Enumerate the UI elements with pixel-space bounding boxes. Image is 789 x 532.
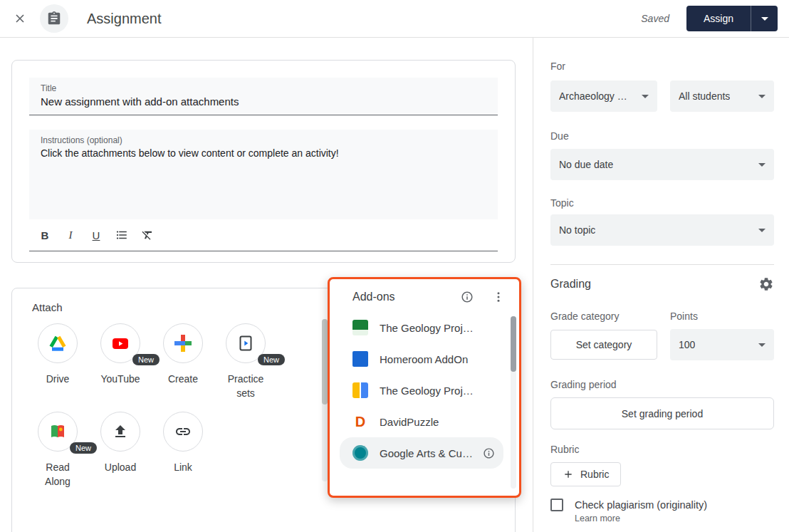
davidpuzzle-icon: D <box>352 414 368 429</box>
info-icon[interactable] <box>461 291 474 303</box>
attach-scrollbar-thumb[interactable] <box>322 319 328 405</box>
grading-period-label: Grading period <box>550 379 774 390</box>
attach-option-label: Upload <box>105 460 136 474</box>
topic-select-value: No topic <box>559 224 595 236</box>
addon-item-geology-2[interactable]: The Geology Proj… <box>340 375 503 406</box>
attach-option-label: Create <box>168 372 198 386</box>
due-select-value: No due date <box>559 159 613 170</box>
attach-option-label: YouTube <box>100 372 140 386</box>
chevron-down-icon <box>642 95 649 98</box>
chevron-down-icon <box>758 163 766 167</box>
assign-button[interactable]: Assign <box>686 6 751 31</box>
link-icon <box>163 412 203 452</box>
assignment-icon <box>40 4 68 33</box>
addon-item-google-arts-culture[interactable]: Google Arts & Cu… <box>340 437 503 469</box>
attach-option-practice-sets[interactable]: New Practice sets <box>214 323 277 400</box>
addons-list: The Geology Proj… Homeroom AddOn The Geo… <box>330 309 519 469</box>
assign-dropdown-button[interactable] <box>751 6 778 31</box>
addon-label: The Geology Proj… <box>380 322 474 334</box>
grading-title: Grading <box>550 278 591 291</box>
attach-scrollbar[interactable] <box>322 319 328 481</box>
chevron-down-icon <box>761 17 768 21</box>
attach-option-create[interactable]: Create <box>152 323 214 386</box>
title-label: Title <box>29 78 498 93</box>
attach-option-read-along[interactable]: New Read Along <box>26 412 89 489</box>
attach-option-upload[interactable]: Upload <box>89 412 152 474</box>
grade-category-label: Grade category <box>550 311 657 322</box>
attach-option-youtube[interactable]: New YouTube <box>89 323 152 386</box>
new-badge: New <box>70 442 97 454</box>
attach-option-label: Read Along <box>32 460 83 489</box>
rubric-label: Rubric <box>550 444 774 455</box>
create-icon <box>163 323 203 363</box>
chevron-down-icon <box>758 229 766 232</box>
new-badge: New <box>132 354 160 365</box>
instructions-input[interactable]: Click the attachments below to view cont… <box>29 145 498 166</box>
info-icon[interactable] <box>483 447 495 459</box>
addons-scrollbar-thumb[interactable] <box>511 316 516 372</box>
learn-more-link[interactable]: Learn more <box>575 513 707 523</box>
title-input[interactable]: New assignment with add-on attachments <box>29 93 498 115</box>
addon-label: DavidPuzzle <box>380 416 439 428</box>
settings-sidebar: For Archaeology … All students Due No du… <box>533 38 789 532</box>
page-title: Assignment <box>87 11 162 27</box>
formatting-toolbar: B I U <box>29 219 498 251</box>
grade-category-select[interactable]: Set category <box>550 330 657 360</box>
clear-formatting-icon[interactable] <box>137 225 157 245</box>
underline-button[interactable]: U <box>86 225 106 245</box>
assign-split-button: Assign <box>686 6 778 31</box>
attach-option-label: Link <box>174 460 192 474</box>
google-arts-culture-icon <box>352 445 368 461</box>
plus-icon <box>563 469 574 480</box>
add-rubric-button[interactable]: Rubric <box>550 462 621 486</box>
for-label: For <box>550 61 774 72</box>
addons-popup: Add-ons The Geology Proj… Homeroom AddOn… <box>328 277 521 498</box>
plagiarism-checkbox[interactable] <box>550 499 563 511</box>
addon-item-davidpuzzle[interactable]: D DavidPuzzle <box>340 406 503 437</box>
addon-label: Google Arts & Cu… <box>380 447 473 459</box>
addon-label: The Geology Proj… <box>380 385 474 397</box>
points-value: 100 <box>679 339 695 350</box>
divider <box>550 264 774 265</box>
students-select[interactable]: All students <box>670 80 774 112</box>
addons-title: Add-ons <box>352 291 461 303</box>
upload-icon <box>100 412 140 452</box>
addon-item-geology-1[interactable]: The Geology Proj… <box>340 312 503 343</box>
saved-status: Saved <box>641 13 669 24</box>
drive-icon <box>38 323 78 363</box>
addons-popup-header: Add-ons <box>330 279 519 309</box>
grading-settings-gear-icon[interactable] <box>758 276 774 292</box>
attach-option-link[interactable]: Link <box>152 412 214 474</box>
topic-label: Topic <box>550 197 774 209</box>
geology-thumbnail-icon <box>352 320 368 335</box>
instructions-field[interactable]: Instructions (optional) Click the attach… <box>29 130 498 219</box>
title-field[interactable]: Title New assignment with add-on attachm… <box>29 78 498 115</box>
rubric-button-label: Rubric <box>580 469 609 480</box>
attach-option-label: Practice sets <box>220 372 271 400</box>
chevron-down-icon <box>758 343 766 347</box>
close-icon[interactable] <box>11 10 28 27</box>
students-select-value: All students <box>679 90 730 102</box>
addon-label: Homeroom AddOn <box>380 353 468 365</box>
new-badge: New <box>258 354 285 365</box>
set-grading-period-button[interactable]: Set grading period <box>550 397 774 429</box>
grade-category-value: Set category <box>576 339 632 350</box>
class-select[interactable]: Archaeology … <box>550 80 657 112</box>
topic-select[interactable]: No topic <box>550 214 774 246</box>
due-label: Due <box>550 130 774 142</box>
homeroom-addon-icon <box>352 351 368 367</box>
bold-button[interactable]: B <box>35 225 55 245</box>
assignment-form-card: Title New assignment with add-on attachm… <box>11 60 516 263</box>
instructions-block: Instructions (optional) Click the attach… <box>29 130 498 251</box>
instructions-label: Instructions (optional) <box>29 130 498 145</box>
bulleted-list-icon[interactable] <box>112 225 132 245</box>
addon-item-homeroom[interactable]: Homeroom AddOn <box>340 343 503 375</box>
due-date-select[interactable]: No due date <box>550 149 774 180</box>
addons-scrollbar[interactable] <box>511 316 516 489</box>
chevron-down-icon <box>758 95 766 98</box>
attach-option-drive[interactable]: Drive <box>26 323 89 386</box>
italic-button[interactable]: I <box>61 225 80 245</box>
points-select[interactable]: 100 <box>670 329 774 360</box>
attach-option-label: Drive <box>46 372 70 386</box>
more-vert-icon[interactable] <box>492 291 505 303</box>
